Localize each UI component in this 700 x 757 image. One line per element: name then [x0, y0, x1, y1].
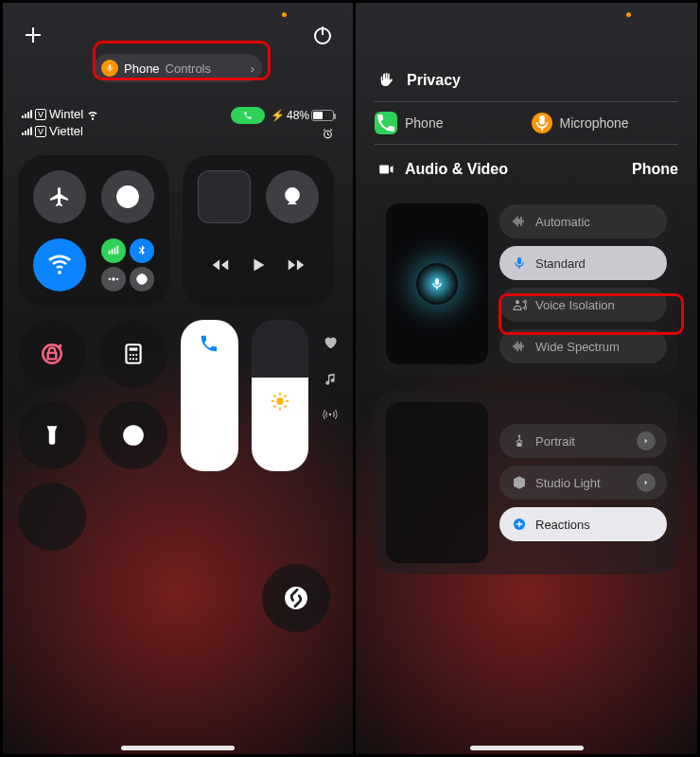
- alarm-icon: [322, 128, 334, 140]
- heart-icon[interactable]: [323, 335, 338, 350]
- video-mode-reactions[interactable]: Reactions: [499, 507, 667, 541]
- chevron-right-icon: [637, 431, 656, 450]
- mic-mode-automatic[interactable]: Automatic: [499, 204, 667, 238]
- av-app-label: Phone: [632, 161, 678, 178]
- add-control-button[interactable]: [22, 24, 44, 46]
- active-call-indicator[interactable]: [231, 107, 265, 124]
- hotspot-toggle[interactable]: [101, 267, 126, 291]
- aperture-icon: [511, 432, 528, 449]
- svg-point-34: [518, 435, 519, 436]
- play-button[interactable]: [248, 255, 269, 275]
- video-mode-portrait[interactable]: Portrait: [499, 424, 667, 458]
- flashlight-toggle[interactable]: [18, 401, 86, 469]
- svg-point-17: [130, 358, 131, 360]
- connectivity-subtoggles[interactable]: [101, 238, 154, 291]
- volume-slider[interactable]: [181, 320, 238, 471]
- orientation-lock-toggle[interactable]: [18, 320, 86, 388]
- connectivity-tile[interactable]: [18, 155, 169, 307]
- mic-modes-card: Automatic Standard Voice Isolation Wide …: [375, 192, 678, 376]
- carrier-label: Wintel: [49, 107, 83, 121]
- sim-v-icon: V: [35, 126, 46, 137]
- waveform-icon: [511, 213, 528, 230]
- svg-point-14: [130, 354, 131, 356]
- audio-video-panel: Privacy Phone Microphone Audio & Video P…: [353, 3, 697, 757]
- rewind-button[interactable]: [210, 255, 231, 275]
- svg-point-19: [135, 358, 137, 360]
- mic-icon: [101, 60, 118, 77]
- mic-icon: [532, 113, 552, 133]
- svg-point-8: [116, 278, 118, 280]
- cube-icon: [511, 474, 528, 491]
- svg-point-31: [328, 414, 331, 416]
- video-effects-card: Portrait Studio Light Reactions: [375, 391, 678, 574]
- brightness-slider[interactable]: [252, 320, 309, 471]
- forward-button[interactable]: [286, 255, 306, 275]
- svg-line-27: [273, 395, 275, 396]
- chevron-right-icon: ›: [251, 62, 254, 76]
- privacy-label: Privacy: [407, 72, 461, 89]
- media-tile[interactable]: [183, 155, 334, 307]
- pill-app-label: Phone: [124, 62, 160, 76]
- mic-mode-voice-isolation[interactable]: Voice Isolation: [499, 288, 667, 322]
- battery-indicator: ⚡48%: [271, 109, 334, 122]
- svg-point-7: [109, 278, 111, 280]
- wifi-icon: [86, 108, 99, 121]
- privacy-phone-item[interactable]: Phone: [375, 112, 522, 134]
- power-button[interactable]: [311, 24, 334, 46]
- music-icon[interactable]: [323, 371, 338, 386]
- svg-line-28: [284, 405, 286, 407]
- home-indicator[interactable]: [470, 746, 584, 750]
- bluetooth-toggle[interactable]: [130, 238, 154, 263]
- call-preview-thumbnail: [386, 203, 488, 364]
- screen-record-button[interactable]: [99, 401, 167, 469]
- hotspot-icon[interactable]: [323, 407, 338, 422]
- calculator-button[interactable]: [99, 320, 167, 388]
- svg-point-16: [135, 354, 137, 356]
- svg-point-5: [117, 186, 138, 207]
- svg-point-21: [130, 431, 138, 440]
- wifi-toggle[interactable]: [33, 238, 86, 291]
- svg-point-15: [132, 354, 134, 356]
- sim-v-icon: V: [35, 109, 46, 120]
- svg-rect-13: [130, 348, 138, 351]
- hand-icon: [375, 69, 397, 92]
- shazam-button[interactable]: [262, 564, 330, 632]
- cellular-toggle[interactable]: [101, 238, 126, 263]
- svg-point-18: [132, 358, 134, 360]
- mic-mode-standard[interactable]: Standard: [499, 246, 667, 280]
- airplane-mode-toggle[interactable]: [33, 170, 86, 223]
- svg-point-33: [516, 300, 519, 304]
- glow-mic-icon: [416, 263, 458, 305]
- reactions-icon: [511, 516, 528, 533]
- airplay-button[interactable]: [266, 170, 319, 223]
- now-playing-artwork: [198, 170, 251, 223]
- svg-point-22: [276, 397, 283, 404]
- video-mode-studio-light[interactable]: Studio Light: [499, 466, 667, 500]
- home-indicator[interactable]: [121, 746, 235, 750]
- mic-icon: [511, 255, 528, 272]
- mic-indicator-dot: [626, 12, 631, 17]
- privacy-mic-item[interactable]: Microphone: [532, 113, 679, 133]
- svg-line-29: [273, 405, 275, 407]
- mic-mode-wide-spectrum[interactable]: Wide Spectrum: [499, 329, 667, 363]
- phone-app-icon: [375, 112, 397, 134]
- control-center-panel: Phone Controls › V Wintel V Viettel: [3, 3, 353, 757]
- voice-memo-button[interactable]: [18, 483, 86, 551]
- waveform-icon: [511, 338, 528, 355]
- signal-icon: [22, 127, 32, 135]
- vpn-toggle[interactable]: [130, 267, 154, 291]
- phone-controls-pill[interactable]: Phone Controls ›: [94, 54, 262, 82]
- airdrop-toggle[interactable]: [101, 170, 154, 223]
- svg-point-6: [112, 277, 115, 281]
- status-bar: V Wintel V Viettel ⚡48%: [3, 82, 353, 148]
- mic-indicator-dot: [282, 12, 287, 17]
- carrier-label: Viettel: [49, 124, 83, 138]
- signal-icon: [22, 110, 32, 118]
- person-wave-icon: [511, 296, 528, 313]
- chevron-right-icon: [637, 473, 656, 492]
- pill-sub-label: Controls: [166, 62, 211, 76]
- av-heading: Audio & Video: [405, 161, 508, 178]
- video-preview-thumbnail: [386, 402, 488, 563]
- video-icon: [375, 158, 397, 181]
- svg-line-30: [284, 395, 286, 396]
